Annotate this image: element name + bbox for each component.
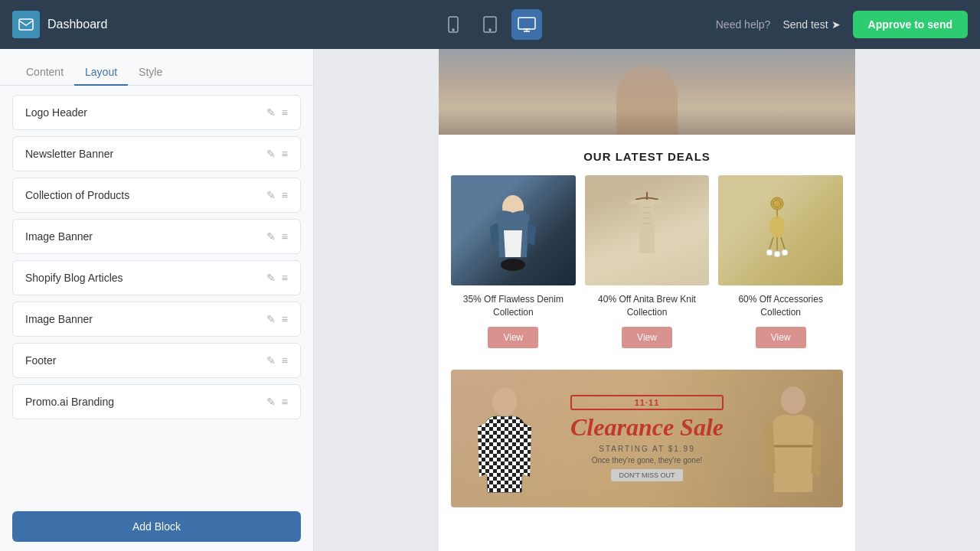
item-actions: ✎ ≡ [266, 272, 288, 284]
sale-overlay: 11·11 Clearance Sale STARTING AT $1.99 O… [451, 370, 843, 507]
product-image-3 [718, 175, 843, 285]
tab-layout[interactable]: Layout [74, 60, 128, 86]
product-card-2: 40% Off Anita Brew Knit Collection View [585, 175, 710, 348]
svg-line-22 [781, 237, 785, 249]
product-view-button-3[interactable]: View [756, 327, 806, 348]
product-image-2 [585, 175, 710, 285]
drag-icon[interactable]: ≡ [282, 272, 288, 284]
svg-point-2 [452, 29, 454, 31]
email-banner-top [439, 49, 855, 135]
drag-icon[interactable]: ≡ [282, 313, 288, 325]
email-preview-area: OUR LATEST DEALS [314, 49, 980, 551]
product-view-button-2[interactable]: View [622, 327, 672, 348]
send-test-label: Send test [782, 18, 828, 31]
need-help-text: Need help? [716, 18, 771, 31]
desktop-view-button[interactable] [511, 9, 542, 40]
svg-point-19 [769, 216, 785, 237]
sale-title: Clearance Sale [570, 413, 724, 442]
svg-point-25 [782, 249, 788, 256]
svg-point-10 [501, 259, 525, 271]
product-view-button-1[interactable]: View [488, 327, 538, 348]
sidebar-item-collection-of-products[interactable]: Collection of Products ✎ ≡ [12, 178, 301, 213]
send-test-button[interactable]: Send test ➤ [782, 18, 840, 31]
product-card-3: 60% Off Accessories Collection View [718, 175, 843, 348]
mail-icon [12, 11, 40, 38]
sale-badge: 11·11 [570, 395, 724, 410]
sidebar-tabs: Content Layout Style [0, 49, 313, 86]
sidebar-items-list: Logo Header ✎ ≡ Newsletter Banner ✎ ≡ Co… [0, 86, 313, 502]
tab-style[interactable]: Style [128, 60, 173, 86]
main-layout: Content Layout Style Logo Header ✎ ≡ New… [0, 49, 980, 551]
tablet-view-button[interactable] [475, 9, 505, 40]
send-arrow-icon: ➤ [831, 18, 841, 31]
edit-icon[interactable]: ✎ [266, 106, 276, 119]
edit-icon[interactable]: ✎ [266, 148, 276, 160]
drag-icon[interactable]: ≡ [282, 106, 288, 119]
product-title-1: 35% Off Flawless Denim Collection [451, 293, 576, 319]
sidebar-item-image-banner-1[interactable]: Image Banner ✎ ≡ [12, 219, 301, 254]
dashboard-label: Dashboard [47, 18, 107, 31]
item-actions: ✎ ≡ [266, 106, 288, 119]
edit-icon[interactable]: ✎ [266, 272, 276, 284]
sidebar-item-logo-header[interactable]: Logo Header ✎ ≡ [12, 95, 301, 130]
svg-point-16 [771, 197, 783, 210]
svg-point-4 [489, 29, 491, 31]
drag-icon[interactable]: ≡ [282, 396, 288, 408]
approve-label: Approve to send [868, 18, 952, 31]
svg-point-31 [781, 386, 805, 414]
approve-to-send-button[interactable]: Approve to send [853, 11, 968, 38]
item-actions: ✎ ≡ [266, 354, 288, 367]
products-grid: 35% Off Flawless Denim Collection View [451, 175, 843, 348]
sidebar-item-footer[interactable]: Footer ✎ ≡ [12, 343, 301, 378]
item-actions: ✎ ≡ [266, 313, 288, 325]
mobile-view-button[interactable] [438, 9, 469, 40]
add-block-button[interactable]: Add Block [12, 511, 301, 542]
drag-icon[interactable]: ≡ [282, 354, 288, 367]
drag-icon[interactable]: ≡ [282, 230, 288, 243]
svg-line-20 [769, 237, 773, 249]
sidebar-item-image-banner-2[interactable]: Image Banner ✎ ≡ [12, 302, 301, 337]
svg-point-26 [492, 388, 517, 416]
svg-point-23 [766, 249, 773, 256]
product-title-3: 60% Off Accessories Collection [718, 293, 843, 319]
edit-icon[interactable]: ✎ [266, 396, 276, 408]
banner-image [439, 49, 855, 135]
device-switcher [438, 9, 542, 40]
product-image-1 [451, 175, 576, 285]
edit-icon[interactable]: ✎ [266, 189, 276, 201]
item-actions: ✎ ≡ [266, 396, 288, 408]
sale-tagline: Once they're gone, they're gone! [570, 456, 724, 465]
item-actions: ✎ ≡ [266, 230, 288, 243]
topnav-logo: Dashboard [12, 11, 107, 38]
edit-icon[interactable]: ✎ [266, 354, 276, 367]
sale-subtitle: STARTING AT $1.99 [570, 445, 724, 453]
section-title: OUR LATEST DEALS [451, 150, 843, 163]
sale-cta-button[interactable]: DON'T MISS OUT [611, 469, 682, 481]
product-card-1: 35% Off Flawless Denim Collection View [451, 175, 576, 348]
email-preview: OUR LATEST DEALS [439, 49, 855, 551]
sidebar: Content Layout Style Logo Header ✎ ≡ New… [0, 49, 314, 551]
svg-rect-0 [19, 19, 33, 30]
item-actions: ✎ ≡ [266, 148, 288, 160]
sidebar-item-shopify-blog[interactable]: Shopify Blog Articles ✎ ≡ [12, 260, 301, 295]
sidebar-item-promo-branding[interactable]: Promo.ai Branding ✎ ≡ [12, 384, 301, 419]
edit-icon[interactable]: ✎ [266, 313, 276, 325]
item-actions: ✎ ≡ [266, 189, 288, 201]
topnav: Dashboard Need help? Send t [0, 0, 980, 49]
svg-rect-5 [518, 18, 535, 29]
drag-icon[interactable]: ≡ [282, 148, 288, 160]
edit-icon[interactable]: ✎ [266, 230, 276, 243]
svg-point-24 [774, 251, 780, 257]
sidebar-footer: Add Block [0, 502, 313, 551]
tab-content[interactable]: Content [15, 60, 74, 86]
sidebar-item-newsletter-banner[interactable]: Newsletter Banner ✎ ≡ [12, 136, 301, 171]
product-title-2: 40% Off Anita Brew Knit Collection [585, 293, 710, 319]
drag-icon[interactable]: ≡ [282, 189, 288, 201]
clearance-sale-banner: 11·11 Clearance Sale STARTING AT $1.99 O… [451, 370, 843, 507]
topnav-right: Need help? Send test ➤ Approve to send [716, 11, 968, 38]
section-latest-deals: OUR LATEST DEALS [439, 135, 855, 364]
